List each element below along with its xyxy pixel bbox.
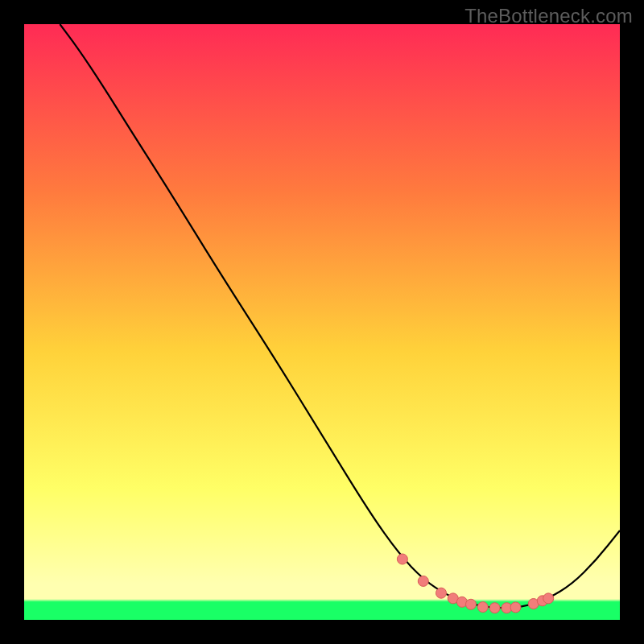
plot-area [24,24,620,620]
marker-dot [489,603,500,613]
marker-dot [436,588,447,598]
marker-dot [477,602,488,613]
bottleneck-chart [24,24,620,620]
heat-gradient [24,24,620,620]
marker-dot [397,554,407,564]
marker-dot [418,576,428,586]
chart-frame: TheBottleneck.com [0,0,644,644]
marker-dot [466,599,477,609]
marker-dot [510,602,521,613]
marker-dot [543,593,554,604]
